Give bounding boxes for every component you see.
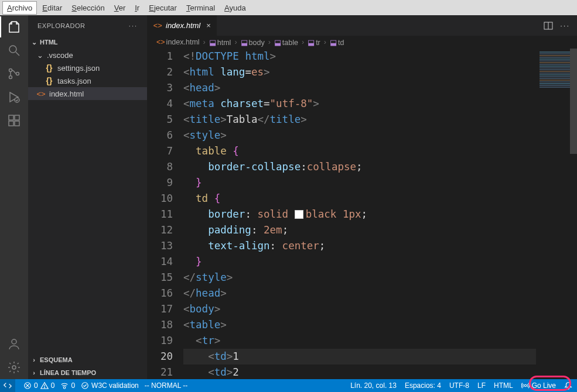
svg-point-2 [9, 69, 12, 72]
sidebar-title: EXPLORADOR [37, 22, 85, 29]
menu-ver[interactable]: Ver [110, 2, 130, 14]
menu-terminal[interactable]: Terminal [182, 2, 219, 14]
code-content[interactable]: <!DOCTYPE html><html lang=es><head><meta… [183, 49, 536, 379]
vim-mode: -- NORMAL -- [145, 381, 188, 390]
svg-point-19 [64, 387, 66, 389]
cursor-position[interactable]: Lín. 20, col. 13 [350, 381, 397, 390]
encoding[interactable]: UTF-8 [449, 381, 469, 390]
svg-rect-9 [15, 115, 19, 120]
go-live-button[interactable]: Go Live [521, 381, 556, 390]
breadcrumb-html[interactable]: ⬓html [209, 38, 231, 47]
minimap-scrollbar[interactable] [570, 49, 577, 154]
svg-point-0 [9, 46, 16, 53]
svg-rect-7 [9, 121, 13, 126]
problems-indicator[interactable]: 0 0 [23, 381, 54, 390]
explorer-sidebar: EXPLORADOR ··· ⌄ HTML ⌄.vscode{}settings… [28, 15, 147, 379]
notifications-icon[interactable] [564, 381, 572, 390]
timeline-section[interactable]: › LÍNEA DE TIEMPO [28, 366, 147, 379]
file-tree: ⌄.vscode{}settings.json{}tasks.json<>ind… [28, 49, 147, 100]
menu-ir[interactable]: Ir [131, 2, 144, 14]
breadcrumb-index.html[interactable]: <>index.html [156, 38, 200, 46]
run-debug-icon[interactable] [7, 90, 21, 104]
tab-index-html[interactable]: <> index.html × [147, 15, 217, 36]
svg-point-11 [12, 366, 16, 369]
svg-point-3 [9, 76, 12, 79]
breadcrumb-tr[interactable]: ⬓tr [308, 38, 320, 47]
svg-rect-8 [15, 121, 19, 126]
file-index.html[interactable]: <>index.html [28, 87, 147, 100]
minimap[interactable] [536, 49, 577, 379]
json-file-icon: {} [45, 76, 54, 85]
explorer-icon[interactable] [7, 20, 21, 34]
eol[interactable]: LF [477, 381, 486, 390]
html-file-icon: <> [36, 89, 46, 98]
folder-root-header[interactable]: ⌄ HTML [28, 36, 147, 49]
folder-.vscode[interactable]: ⌄.vscode [28, 49, 147, 61]
menu-ayuda[interactable]: Ayuda [220, 2, 250, 14]
editor-tabs: <> index.html × ··· [147, 15, 577, 36]
svg-point-20 [82, 383, 88, 389]
chevron-down-icon: ⌄ [36, 51, 43, 60]
json-file-icon: {} [45, 63, 54, 73]
svg-point-18 [44, 387, 45, 388]
menu-editar[interactable]: Editar [38, 2, 66, 14]
accounts-icon[interactable] [7, 337, 21, 351]
status-bar: 0 0 0 W3C validation -- NORMAL -- Lín. 2… [0, 379, 577, 392]
activity-bar [0, 15, 28, 379]
source-control-icon[interactable] [7, 67, 21, 81]
breadcrumb-table[interactable]: ⬓table [274, 38, 298, 47]
indentation[interactable]: Espacios: 4 [405, 381, 441, 390]
chevron-right-icon: › [30, 369, 37, 376]
chevron-down-icon: ⌄ [30, 39, 37, 46]
extensions-icon[interactable] [7, 114, 21, 128]
menu-selección[interactable]: Selección [67, 2, 108, 14]
breadcrumb-td[interactable]: ⬓td [330, 38, 344, 47]
split-editor-icon[interactable] [544, 21, 553, 30]
close-icon[interactable]: × [206, 21, 211, 30]
menu-ejecutar[interactable]: Ejecutar [145, 2, 181, 14]
svg-point-4 [16, 73, 19, 75]
line-numbers: 123456789101112131415161718192021 [147, 49, 183, 379]
breadcrumb-body[interactable]: ⬓body [241, 38, 265, 47]
html-file-icon: <> [153, 21, 162, 30]
outline-section[interactable]: › ESQUEMA [28, 353, 147, 366]
file-tasks.json[interactable]: {}tasks.json [28, 74, 147, 87]
language-mode[interactable]: HTML [494, 381, 513, 390]
w3c-validation[interactable]: W3C validation [81, 381, 139, 390]
sidebar-more-icon[interactable]: ··· [129, 22, 138, 29]
svg-point-21 [524, 384, 527, 387]
chevron-right-icon: › [30, 356, 37, 363]
settings-gear-icon[interactable] [7, 360, 21, 374]
search-icon[interactable] [7, 43, 21, 57]
remote-indicator[interactable] [0, 379, 15, 392]
ports-indicator[interactable]: 0 [60, 381, 75, 390]
svg-point-10 [12, 339, 16, 344]
svg-line-1 [16, 52, 19, 56]
breadcrumbs[interactable]: <>index.html›⬓html›⬓body›⬓table›⬓tr›⬓td [147, 36, 577, 49]
more-actions-icon[interactable]: ··· [560, 21, 570, 30]
menu-archivo[interactable]: Archivo [2, 1, 37, 15]
svg-rect-6 [9, 115, 13, 120]
file-settings.json[interactable]: {}settings.json [28, 61, 147, 74]
menubar: ArchivoEditarSelecciónVerIrEjecutarTermi… [0, 0, 577, 15]
code-editor[interactable]: 123456789101112131415161718192021 <!DOCT… [147, 49, 577, 379]
